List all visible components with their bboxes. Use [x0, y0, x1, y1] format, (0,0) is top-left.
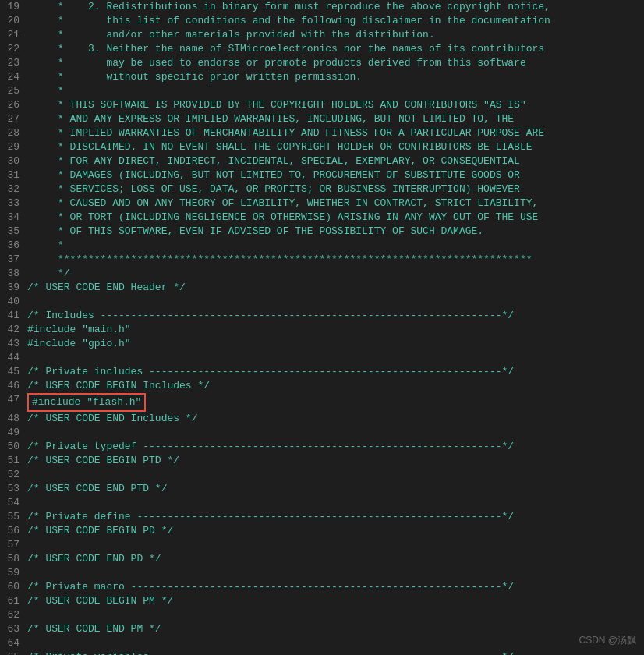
- line-content: * OR TORT (INCLUDING NEGLIGENCE OR OTHER…: [27, 211, 644, 225]
- line-number: 30: [0, 154, 27, 168]
- line-content: ****************************************…: [27, 253, 644, 267]
- line-number: 42: [0, 323, 27, 337]
- line-content: /* Private variables -------------------…: [27, 650, 644, 655]
- code-line: 33 * CAUSED AND ON ANY THEORY OF LIABILI…: [0, 196, 644, 211]
- line-number: 52: [0, 468, 27, 482]
- code-line: 64: [0, 636, 644, 650]
- line-number: 61: [0, 594, 27, 608]
- line-number: 40: [0, 295, 27, 309]
- line-number: 23: [0, 56, 27, 70]
- line-content: * CAUSED AND ON ANY THEORY OF LIABILITY,…: [27, 196, 644, 211]
- line-content: /* USER CODE END PD */: [27, 552, 644, 566]
- line-content: /* Private typedef ---------------------…: [27, 440, 644, 454]
- line-number: 55: [0, 510, 27, 524]
- line-content: * DISCLAIMED. IN NO EVENT SHALL THE COPY…: [27, 140, 644, 154]
- line-number: 41: [0, 309, 27, 323]
- line-content: /* Private define ----------------------…: [27, 510, 644, 524]
- code-line: 63/* USER CODE END PM */: [0, 622, 644, 636]
- code-line: 44: [0, 351, 644, 365]
- line-number: 31: [0, 168, 27, 182]
- code-line: 19 * 2. Redistributions in binary form m…: [0, 0, 644, 14]
- code-line: 60/* Private macro ---------------------…: [0, 580, 644, 594]
- code-line: 38 */: [0, 267, 644, 281]
- line-number: 62: [0, 608, 27, 622]
- code-line: 24 * without specific prior written perm…: [0, 70, 644, 84]
- line-number: 25: [0, 84, 27, 98]
- line-number: 33: [0, 196, 27, 211]
- code-line: 47#include "flash.h": [0, 393, 644, 412]
- line-number: 38: [0, 267, 27, 281]
- line-content: *: [27, 239, 644, 253]
- code-line: 65/* Private variables -----------------…: [0, 650, 644, 655]
- line-number: 24: [0, 70, 27, 84]
- line-number: 64: [0, 636, 27, 650]
- code-line: 36 *: [0, 239, 644, 253]
- line-content: /* USER CODE END PM */: [27, 622, 644, 636]
- code-line: 37 *************************************…: [0, 253, 644, 267]
- line-number: 51: [0, 454, 27, 468]
- line-content: /* USER CODE END PTD */: [27, 482, 644, 496]
- code-line: 46/* USER CODE BEGIN Includes */: [0, 379, 644, 393]
- line-number: 54: [0, 496, 27, 510]
- line-content: * 2. Redistributions in binary form must…: [27, 0, 644, 14]
- code-line: 20 * this list of conditions and the fol…: [0, 14, 644, 28]
- line-number: 39: [0, 281, 27, 295]
- line-number: 49: [0, 426, 27, 440]
- line-number: 47: [0, 393, 27, 407]
- line-number: 20: [0, 14, 27, 28]
- code-line: 40: [0, 295, 644, 309]
- line-content: */: [27, 267, 644, 281]
- code-line: 45/* Private includes ------------------…: [0, 365, 644, 379]
- line-content: /* USER CODE BEGIN PD */: [27, 524, 644, 538]
- line-number: 46: [0, 379, 27, 393]
- line-content: #include "gpio.h": [27, 337, 644, 351]
- line-number: 21: [0, 28, 27, 42]
- line-number: 45: [0, 365, 27, 379]
- line-content: * SERVICES; LOSS OF USE, DATA, OR PROFIT…: [27, 182, 644, 196]
- line-number: 32: [0, 182, 27, 196]
- code-line: 55/* Private define --------------------…: [0, 510, 644, 524]
- code-line: 62: [0, 608, 644, 622]
- line-content: * OF THIS SOFTWARE, EVEN IF ADVISED OF T…: [27, 225, 644, 239]
- line-content: #include "flash.h": [27, 393, 644, 412]
- line-number: 60: [0, 580, 27, 594]
- line-number: 34: [0, 211, 27, 225]
- line-content: * 3. Neither the name of STMicroelectron…: [27, 42, 644, 56]
- code-line: 50/* Private typedef -------------------…: [0, 440, 644, 454]
- code-line: 25 *: [0, 84, 644, 98]
- code-line: 32 * SERVICES; LOSS OF USE, DATA, OR PRO…: [0, 182, 644, 196]
- line-content: /* Includes ----------------------------…: [27, 309, 644, 323]
- line-number: 27: [0, 112, 27, 126]
- watermark-label: CSDN @汤飘: [579, 634, 636, 647]
- code-line: 61/* USER CODE BEGIN PM */: [0, 594, 644, 608]
- line-content: /* Private includes --------------------…: [27, 365, 644, 379]
- code-line: 26 * THIS SOFTWARE IS PROVIDED BY THE CO…: [0, 98, 644, 112]
- code-line: 53/* USER CODE END PTD */: [0, 482, 644, 496]
- code-editor: 19 * 2. Redistributions in binary form m…: [0, 0, 644, 655]
- line-content: /* USER CODE END Includes */: [27, 412, 644, 426]
- code-line: 23 * may be used to endorse or promote p…: [0, 56, 644, 70]
- line-number: 50: [0, 440, 27, 454]
- code-line: 31 * DAMAGES (INCLUDING, BUT NOT LIMITED…: [0, 168, 644, 182]
- code-line: 28 * IMPLIED WARRANTIES OF MERCHANTABILI…: [0, 126, 644, 140]
- code-line: 57: [0, 538, 644, 552]
- line-content: * FOR ANY DIRECT, INDIRECT, INCIDENTAL, …: [27, 154, 644, 168]
- line-content: * THIS SOFTWARE IS PROVIDED BY THE COPYR…: [27, 98, 644, 112]
- code-line: 58/* USER CODE END PD */: [0, 552, 644, 566]
- line-content: * and/or other materials provided with t…: [27, 28, 644, 42]
- line-number: 53: [0, 482, 27, 496]
- line-number: 19: [0, 0, 27, 14]
- code-line: 56/* USER CODE BEGIN PD */: [0, 524, 644, 538]
- code-line: 21 * and/or other materials provided wit…: [0, 28, 644, 42]
- line-content: * IMPLIED WARRANTIES OF MERCHANTABILITY …: [27, 126, 644, 140]
- line-number: 35: [0, 225, 27, 239]
- line-number: 26: [0, 98, 27, 112]
- code-line: 35 * OF THIS SOFTWARE, EVEN IF ADVISED O…: [0, 225, 644, 239]
- line-content: * DAMAGES (INCLUDING, BUT NOT LIMITED TO…: [27, 168, 644, 182]
- code-line: 48/* USER CODE END Includes */: [0, 412, 644, 426]
- code-line: 29 * DISCLAIMED. IN NO EVENT SHALL THE C…: [0, 140, 644, 154]
- line-number: 36: [0, 239, 27, 253]
- line-content: * without specific prior written permiss…: [27, 70, 644, 84]
- line-content: *: [27, 84, 644, 98]
- code-line: 34 * OR TORT (INCLUDING NEGLIGENCE OR OT…: [0, 211, 644, 225]
